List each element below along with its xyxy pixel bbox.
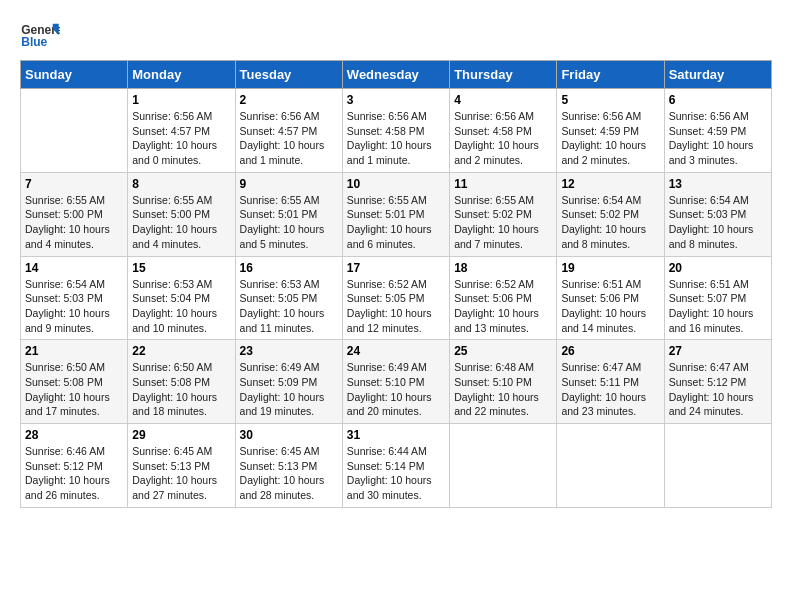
column-header-wednesday: Wednesday [342,61,449,89]
calendar-cell [664,424,771,508]
day-info: Sunrise: 6:56 AM Sunset: 4:58 PM Dayligh… [347,109,445,168]
day-number: 18 [454,261,552,275]
calendar-week-2: 7Sunrise: 6:55 AM Sunset: 5:00 PM Daylig… [21,172,772,256]
day-info: Sunrise: 6:55 AM Sunset: 5:00 PM Dayligh… [132,193,230,252]
calendar-cell: 16Sunrise: 6:53 AM Sunset: 5:05 PM Dayli… [235,256,342,340]
day-number: 12 [561,177,659,191]
calendar-cell: 2Sunrise: 6:56 AM Sunset: 4:57 PM Daylig… [235,89,342,173]
day-info: Sunrise: 6:56 AM Sunset: 4:58 PM Dayligh… [454,109,552,168]
day-info: Sunrise: 6:51 AM Sunset: 5:07 PM Dayligh… [669,277,767,336]
day-number: 16 [240,261,338,275]
day-info: Sunrise: 6:54 AM Sunset: 5:02 PM Dayligh… [561,193,659,252]
day-info: Sunrise: 6:55 AM Sunset: 5:02 PM Dayligh… [454,193,552,252]
day-info: Sunrise: 6:54 AM Sunset: 5:03 PM Dayligh… [25,277,123,336]
calendar-cell: 26Sunrise: 6:47 AM Sunset: 5:11 PM Dayli… [557,340,664,424]
day-number: 10 [347,177,445,191]
day-number: 29 [132,428,230,442]
calendar-cell: 27Sunrise: 6:47 AM Sunset: 5:12 PM Dayli… [664,340,771,424]
column-header-monday: Monday [128,61,235,89]
day-number: 6 [669,93,767,107]
day-info: Sunrise: 6:50 AM Sunset: 5:08 PM Dayligh… [25,360,123,419]
calendar-cell: 24Sunrise: 6:49 AM Sunset: 5:10 PM Dayli… [342,340,449,424]
calendar-cell: 12Sunrise: 6:54 AM Sunset: 5:02 PM Dayli… [557,172,664,256]
logo-icon: General Blue [20,20,60,50]
calendar-table: SundayMondayTuesdayWednesdayThursdayFrid… [20,60,772,508]
calendar-cell: 28Sunrise: 6:46 AM Sunset: 5:12 PM Dayli… [21,424,128,508]
day-number: 26 [561,344,659,358]
calendar-week-5: 28Sunrise: 6:46 AM Sunset: 5:12 PM Dayli… [21,424,772,508]
calendar-cell: 9Sunrise: 6:55 AM Sunset: 5:01 PM Daylig… [235,172,342,256]
calendar-cell: 15Sunrise: 6:53 AM Sunset: 5:04 PM Dayli… [128,256,235,340]
day-number: 13 [669,177,767,191]
day-number: 5 [561,93,659,107]
day-number: 25 [454,344,552,358]
column-header-saturday: Saturday [664,61,771,89]
page-header: General Blue [20,20,772,50]
day-info: Sunrise: 6:56 AM Sunset: 4:57 PM Dayligh… [132,109,230,168]
day-info: Sunrise: 6:52 AM Sunset: 5:05 PM Dayligh… [347,277,445,336]
calendar-cell: 20Sunrise: 6:51 AM Sunset: 5:07 PM Dayli… [664,256,771,340]
day-info: Sunrise: 6:44 AM Sunset: 5:14 PM Dayligh… [347,444,445,503]
day-number: 30 [240,428,338,442]
column-header-sunday: Sunday [21,61,128,89]
calendar-cell: 14Sunrise: 6:54 AM Sunset: 5:03 PM Dayli… [21,256,128,340]
calendar-cell: 17Sunrise: 6:52 AM Sunset: 5:05 PM Dayli… [342,256,449,340]
calendar-cell: 11Sunrise: 6:55 AM Sunset: 5:02 PM Dayli… [450,172,557,256]
day-number: 27 [669,344,767,358]
day-number: 21 [25,344,123,358]
day-number: 8 [132,177,230,191]
day-number: 11 [454,177,552,191]
day-number: 24 [347,344,445,358]
day-number: 9 [240,177,338,191]
day-info: Sunrise: 6:47 AM Sunset: 5:12 PM Dayligh… [669,360,767,419]
calendar-cell: 13Sunrise: 6:54 AM Sunset: 5:03 PM Dayli… [664,172,771,256]
calendar-cell: 7Sunrise: 6:55 AM Sunset: 5:00 PM Daylig… [21,172,128,256]
calendar-cell: 18Sunrise: 6:52 AM Sunset: 5:06 PM Dayli… [450,256,557,340]
calendar-cell: 23Sunrise: 6:49 AM Sunset: 5:09 PM Dayli… [235,340,342,424]
calendar-cell [450,424,557,508]
day-number: 22 [132,344,230,358]
calendar-cell: 6Sunrise: 6:56 AM Sunset: 4:59 PM Daylig… [664,89,771,173]
calendar-cell: 30Sunrise: 6:45 AM Sunset: 5:13 PM Dayli… [235,424,342,508]
day-info: Sunrise: 6:56 AM Sunset: 4:59 PM Dayligh… [669,109,767,168]
logo: General Blue [20,20,60,50]
day-number: 7 [25,177,123,191]
day-number: 15 [132,261,230,275]
day-info: Sunrise: 6:53 AM Sunset: 5:04 PM Dayligh… [132,277,230,336]
day-info: Sunrise: 6:51 AM Sunset: 5:06 PM Dayligh… [561,277,659,336]
column-header-tuesday: Tuesday [235,61,342,89]
day-info: Sunrise: 6:48 AM Sunset: 5:10 PM Dayligh… [454,360,552,419]
calendar-week-1: 1Sunrise: 6:56 AM Sunset: 4:57 PM Daylig… [21,89,772,173]
day-number: 17 [347,261,445,275]
calendar-cell: 10Sunrise: 6:55 AM Sunset: 5:01 PM Dayli… [342,172,449,256]
day-info: Sunrise: 6:54 AM Sunset: 5:03 PM Dayligh… [669,193,767,252]
day-info: Sunrise: 6:50 AM Sunset: 5:08 PM Dayligh… [132,360,230,419]
day-number: 3 [347,93,445,107]
column-header-friday: Friday [557,61,664,89]
day-number: 28 [25,428,123,442]
day-number: 4 [454,93,552,107]
day-number: 2 [240,93,338,107]
calendar-cell: 22Sunrise: 6:50 AM Sunset: 5:08 PM Dayli… [128,340,235,424]
day-number: 14 [25,261,123,275]
svg-text:Blue: Blue [21,35,47,49]
calendar-cell: 5Sunrise: 6:56 AM Sunset: 4:59 PM Daylig… [557,89,664,173]
day-info: Sunrise: 6:56 AM Sunset: 4:57 PM Dayligh… [240,109,338,168]
calendar-cell: 25Sunrise: 6:48 AM Sunset: 5:10 PM Dayli… [450,340,557,424]
calendar-cell: 19Sunrise: 6:51 AM Sunset: 5:06 PM Dayli… [557,256,664,340]
calendar-week-3: 14Sunrise: 6:54 AM Sunset: 5:03 PM Dayli… [21,256,772,340]
calendar-cell: 31Sunrise: 6:44 AM Sunset: 5:14 PM Dayli… [342,424,449,508]
day-info: Sunrise: 6:53 AM Sunset: 5:05 PM Dayligh… [240,277,338,336]
calendar-cell [21,89,128,173]
day-number: 19 [561,261,659,275]
day-info: Sunrise: 6:49 AM Sunset: 5:10 PM Dayligh… [347,360,445,419]
column-header-thursday: Thursday [450,61,557,89]
calendar-cell: 4Sunrise: 6:56 AM Sunset: 4:58 PM Daylig… [450,89,557,173]
day-info: Sunrise: 6:55 AM Sunset: 5:01 PM Dayligh… [240,193,338,252]
day-info: Sunrise: 6:47 AM Sunset: 5:11 PM Dayligh… [561,360,659,419]
calendar-cell: 3Sunrise: 6:56 AM Sunset: 4:58 PM Daylig… [342,89,449,173]
day-info: Sunrise: 6:52 AM Sunset: 5:06 PM Dayligh… [454,277,552,336]
calendar-cell: 21Sunrise: 6:50 AM Sunset: 5:08 PM Dayli… [21,340,128,424]
day-info: Sunrise: 6:55 AM Sunset: 5:01 PM Dayligh… [347,193,445,252]
day-info: Sunrise: 6:55 AM Sunset: 5:00 PM Dayligh… [25,193,123,252]
